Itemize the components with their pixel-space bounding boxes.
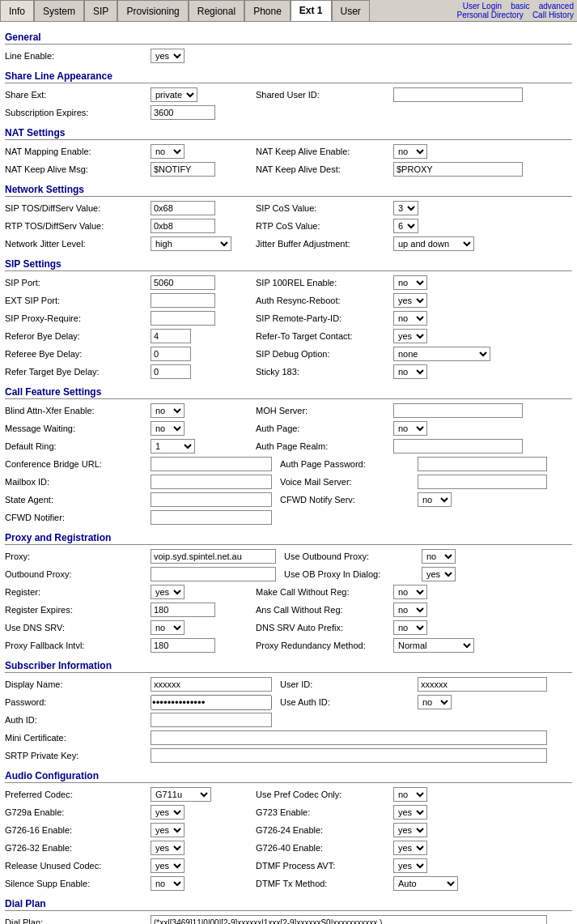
- nat-keep-alive-msg-input[interactable]: [151, 162, 215, 177]
- nat-mapping-select[interactable]: noyes: [151, 144, 185, 159]
- sip-cos-select[interactable]: 30124567: [393, 201, 418, 215]
- g726-32-select[interactable]: yesno: [151, 841, 185, 855]
- auth-page-password-input[interactable]: [418, 457, 547, 471]
- nat-keep-alive-enable-value: noyes: [393, 144, 490, 159]
- rtp-tos-input[interactable]: [151, 219, 215, 233]
- jitter-buffer-select[interactable]: up and downup onlydisable: [393, 236, 474, 251]
- line-enable-row: Line Enable: yesno: [5, 48, 572, 64]
- make-call-select[interactable]: noyes: [393, 585, 427, 599]
- basic-link[interactable]: basic: [511, 2, 529, 11]
- ans-call-select[interactable]: noyes: [393, 603, 427, 617]
- voice-mail-input[interactable]: [418, 475, 547, 489]
- state-agent-input[interactable]: [151, 492, 272, 507]
- voice-mail-label: Voice Mail Server:: [272, 477, 418, 487]
- g726-40-select[interactable]: yesno: [393, 841, 427, 855]
- register-expires-input[interactable]: [151, 603, 215, 617]
- mini-cert-input[interactable]: [151, 730, 547, 745]
- sip-100rel-select[interactable]: noyes: [393, 275, 427, 290]
- g723-select[interactable]: yesno: [393, 805, 427, 820]
- share-ext-select[interactable]: privateshared: [151, 87, 197, 102]
- auth-id-input[interactable]: [151, 713, 272, 727]
- refer-to-target-select[interactable]: yesno: [393, 329, 427, 343]
- release-unused-select[interactable]: yesno: [151, 858, 185, 873]
- register-select[interactable]: yesno: [151, 585, 185, 599]
- user-id-input[interactable]: [418, 677, 547, 692]
- dtmf-tx-select[interactable]: AutoAVTINBANDINFO: [393, 876, 458, 891]
- line-enable-select[interactable]: yesno: [151, 49, 185, 63]
- sip-debug-select[interactable]: nonebriefverbose: [393, 347, 490, 361]
- g729a-select[interactable]: yesno: [151, 805, 185, 820]
- referee-bye-value: [151, 347, 248, 361]
- use-dns-srv-select[interactable]: noyes: [151, 620, 185, 635]
- jitter-level-select[interactable]: highmediumlow: [151, 236, 231, 251]
- outbound-proxy-input[interactable]: [151, 567, 276, 581]
- personal-directory-link[interactable]: Personal Directory: [456, 11, 523, 19]
- dial-plan-input[interactable]: [151, 915, 547, 924]
- silence-supp-select[interactable]: noyes: [151, 876, 185, 891]
- use-outbound-select[interactable]: noyes: [422, 549, 456, 564]
- refer-target-input[interactable]: [151, 364, 191, 379]
- g726-16-select[interactable]: yesno: [151, 823, 185, 837]
- sip-proxy-require-value: [151, 311, 248, 326]
- moh-server-input[interactable]: [393, 403, 523, 418]
- tab-sip[interactable]: SIP: [84, 0, 117, 21]
- sip-tos-input[interactable]: [151, 201, 215, 215]
- message-waiting-value: noyes: [151, 421, 248, 436]
- cfwd-notify-select[interactable]: noyes: [418, 492, 452, 507]
- preferred-codec-select[interactable]: G711uG711aG729aG723: [151, 787, 211, 802]
- rtp-cos-select[interactable]: 60123457: [393, 219, 418, 233]
- user-id-label: User ID:: [272, 679, 418, 689]
- subscription-expires-input[interactable]: [151, 105, 215, 120]
- proxy-redundancy-select[interactable]: NormalBased on SRV port: [393, 638, 474, 653]
- subscription-expires-row: Subscription Expires:: [5, 104, 572, 121]
- tab-phone[interactable]: Phone: [244, 0, 291, 21]
- nat-keep-alive-dest-input[interactable]: [393, 162, 523, 177]
- proxy-redundancy-value: NormalBased on SRV port: [393, 638, 490, 653]
- g726-24-select[interactable]: yesno: [393, 823, 427, 837]
- sip-remote-party-select[interactable]: noyes: [393, 311, 427, 326]
- conf-bridge-input[interactable]: [151, 457, 272, 471]
- auth-page-select[interactable]: noyes: [393, 421, 427, 436]
- tab-regional[interactable]: Regional: [189, 0, 244, 21]
- sticky-183-select[interactable]: noyes: [393, 364, 427, 379]
- sip-proxy-require-input[interactable]: [151, 311, 215, 326]
- display-name-input[interactable]: [151, 677, 272, 692]
- sip-port-input[interactable]: [151, 275, 215, 290]
- referee-bye-input[interactable]: [151, 347, 191, 361]
- auth-page-realm-input[interactable]: [393, 439, 523, 453]
- referor-bye-input[interactable]: [151, 329, 191, 343]
- cfwd-notifier-input[interactable]: [151, 510, 272, 525]
- use-pref-codec-select[interactable]: noyes: [393, 787, 427, 802]
- use-ob-proxy-select[interactable]: yesno: [422, 567, 456, 581]
- dtmf-avt-select[interactable]: yesno: [393, 858, 427, 873]
- srtp-key-input[interactable]: [151, 748, 547, 763]
- password-input[interactable]: [151, 695, 272, 710]
- ext-sip-input[interactable]: [151, 293, 215, 308]
- advanced-link[interactable]: advanced: [539, 2, 574, 11]
- share-line-header: Share Line Appearance: [5, 70, 572, 83]
- use-auth-id-select[interactable]: noyes: [418, 695, 452, 709]
- release-unused-row: Release Unused Codec: yesno DTMF Process…: [5, 858, 572, 874]
- dns-srv-prefix-select[interactable]: noyes: [393, 620, 427, 635]
- tab-system[interactable]: System: [34, 0, 84, 21]
- register-expires-label: Register Expires:: [5, 605, 151, 615]
- use-dns-srv-label: Use DNS SRV:: [5, 623, 151, 632]
- tab-ext1[interactable]: Ext 1: [291, 0, 332, 21]
- tab-provisioning[interactable]: Provisioning: [117, 0, 188, 21]
- shared-user-id-input[interactable]: [393, 87, 523, 102]
- blind-attn-select[interactable]: noyes: [151, 403, 185, 418]
- default-ring-select[interactable]: 123456: [151, 439, 195, 453]
- tab-user[interactable]: User: [332, 0, 370, 21]
- g723-value: yesno: [393, 805, 490, 820]
- mailbox-id-input[interactable]: [151, 475, 272, 489]
- tab-info[interactable]: Info: [0, 0, 34, 21]
- message-waiting-row: Message Waiting: noyes Auth Page: noyes: [5, 420, 572, 436]
- user-login-link[interactable]: User Login: [463, 2, 502, 11]
- proxy-input[interactable]: [151, 549, 276, 564]
- auth-resync-select[interactable]: yesno: [393, 293, 427, 308]
- auth-page-realm-label: Auth Page Realm:: [248, 441, 393, 451]
- message-waiting-select[interactable]: noyes: [151, 421, 185, 436]
- proxy-fallback-input[interactable]: [151, 638, 215, 653]
- nat-keep-alive-enable-select[interactable]: noyes: [393, 144, 427, 159]
- call-history-link[interactable]: Call History: [532, 11, 574, 19]
